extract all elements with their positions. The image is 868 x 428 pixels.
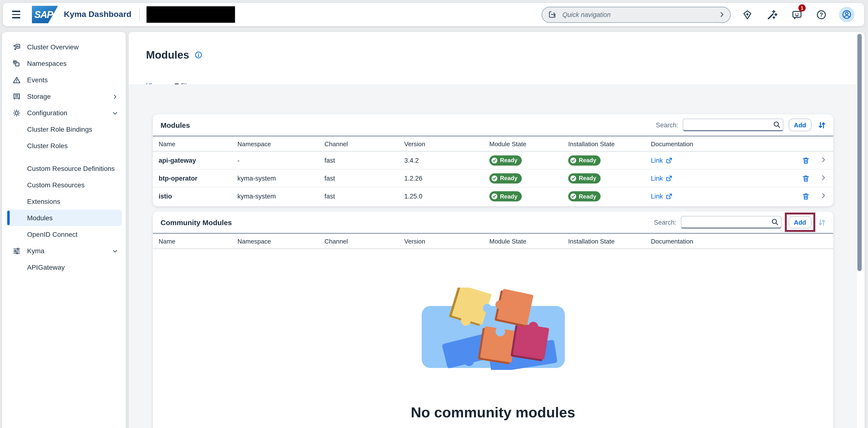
community-empty-state: No community modules — [153, 249, 833, 421]
modules-add-button[interactable]: Add — [788, 119, 811, 131]
community-add-button[interactable]: Add — [788, 216, 811, 229]
installation-state-badge: Ready — [568, 155, 600, 165]
delete-module-icon[interactable] — [802, 192, 810, 200]
delete-module-icon[interactable] — [802, 174, 810, 182]
enter-navigation-icon — [548, 10, 557, 19]
external-link-icon — [665, 193, 673, 200]
row-chevron-right-icon[interactable] — [820, 156, 827, 164]
quick-navigation-input[interactable] — [561, 10, 719, 19]
sidebar-item-cluster-role-bindings[interactable]: Cluster Role Bindings — [6, 121, 122, 138]
kyma-sliders-icon — [12, 247, 21, 255]
annotation-highlight-box: Add — [784, 212, 815, 232]
notification-badge: 1 — [798, 4, 806, 11]
community-search-input[interactable] — [681, 216, 781, 229]
documentation-link[interactable]: Link — [651, 156, 673, 164]
search-icon[interactable] — [773, 120, 781, 129]
product-title: Kyma Dashboard — [64, 10, 131, 19]
namespaces-icon — [12, 59, 21, 67]
installation-state-badge: Ready — [568, 173, 600, 183]
svg-text:?: ? — [819, 11, 823, 18]
row-chevron-right-icon[interactable] — [820, 174, 827, 182]
main-content: Modules View Edit Modules Search: — [129, 32, 865, 428]
sidebar-navigation: Cluster Overview Namespaces Events — [2, 32, 126, 428]
sidebar-item-cluster-roles[interactable]: Cluster Roles — [6, 138, 122, 154]
sidebar-item-cluster-overview[interactable]: Cluster Overview — [6, 39, 122, 55]
installation-state-badge: Ready — [568, 191, 600, 201]
sap-logo-text: SAP — [34, 9, 53, 20]
sidebar-item-custom-resources[interactable]: Custom Resources — [6, 177, 122, 193]
modules-sort-icon[interactable] — [817, 120, 827, 130]
sidebar-item-extensions[interactable]: Extensions — [6, 193, 122, 210]
top-bar: SAP Kyma Dashboard — [3, 3, 864, 26]
sidebar-item-storage[interactable]: Storage — [6, 88, 122, 105]
configuration-gear-icon — [12, 109, 21, 117]
ai-assistant-wand-icon[interactable] — [765, 8, 779, 21]
vertical-scrollbar-thumb[interactable] — [857, 34, 862, 271]
external-link-icon — [665, 175, 673, 182]
module-state-badge: Ready — [489, 173, 522, 183]
delete-module-icon[interactable] — [802, 156, 810, 164]
community-modules-card: Community Modules Search: Add — [153, 211, 833, 428]
community-sort-icon[interactable] — [817, 218, 827, 227]
empty-state-title: No community modules — [411, 404, 575, 421]
sidebar-item-configuration[interactable]: Configuration — [6, 105, 122, 121]
feedback-chat-icon[interactable]: 1 — [790, 8, 803, 21]
sidebar-item-kyma[interactable]: Kyma — [6, 242, 122, 259]
header-actions: 1 ? — [740, 7, 857, 22]
module-state-badge: Ready — [489, 155, 522, 165]
community-table-header: Name Namespace Channel Version Module St… — [153, 233, 833, 249]
modules-card-title: Modules — [160, 121, 190, 129]
modules-table-header: Name Namespace Channel Version Module St… — [153, 136, 833, 151]
sap-logo: SAP — [32, 6, 58, 23]
table-row-istio[interactable]: istio kyma-system fast 1.25.0 Ready Read… — [153, 188, 833, 205]
chevron-right-icon — [112, 93, 118, 101]
sidebar-item-custom-resource-definitions[interactable]: Custom Resource Definitions — [6, 160, 122, 177]
content-background: Modules Search: Add — [129, 84, 857, 428]
chevron-down-icon — [112, 248, 118, 256]
product-switch-diamond-icon[interactable] — [740, 8, 754, 21]
search-icon[interactable] — [771, 218, 779, 226]
cluster-overview-icon — [12, 43, 21, 51]
modules-card: Modules Search: Add — [153, 114, 833, 206]
redacted-cluster-name — [147, 6, 235, 23]
user-avatar[interactable] — [839, 7, 855, 22]
table-row-api-gateway[interactable]: api-gateway - fast 3.4.2 Ready Ready Lin… — [153, 151, 833, 169]
sidebar-item-apigateway[interactable]: APIGateway — [6, 259, 122, 276]
kyma-dashboard-app: SAP Kyma Dashboard — [0, 0, 868, 428]
modules-search-input[interactable] — [683, 119, 783, 131]
search-label: Search: — [654, 219, 676, 226]
events-warning-icon — [12, 76, 21, 84]
quick-navigation-search[interactable] — [541, 6, 731, 23]
chevron-down-icon — [112, 110, 118, 118]
sidebar-item-namespaces[interactable]: Namespaces — [6, 55, 122, 72]
search-label: Search: — [656, 121, 678, 129]
external-link-icon — [665, 156, 673, 164]
chevron-right-icon[interactable] — [719, 11, 725, 18]
community-modules-card-title: Community Modules — [160, 218, 232, 226]
puzzle-illustration — [415, 288, 570, 370]
sidebar-item-openid-connect[interactable]: OpenID Connect — [6, 226, 122, 242]
page-title: Modules — [146, 49, 189, 61]
row-chevron-right-icon[interactable] — [820, 192, 827, 200]
module-state-badge: Ready — [489, 191, 522, 201]
table-row-btp-operator[interactable]: btp-operator kyma-system fast 1.2.26 Rea… — [153, 169, 833, 188]
sidebar-item-modules[interactable]: Modules — [6, 210, 122, 226]
menu-hamburger-icon[interactable] — [10, 8, 23, 21]
info-icon[interactable] — [194, 51, 203, 59]
help-icon[interactable]: ? — [814, 8, 828, 21]
header-divider — [139, 8, 140, 21]
documentation-link[interactable]: Link — [651, 175, 673, 182]
documentation-link[interactable]: Link — [651, 193, 673, 200]
storage-icon — [12, 92, 21, 101]
sidebar-item-events[interactable]: Events — [6, 72, 122, 88]
